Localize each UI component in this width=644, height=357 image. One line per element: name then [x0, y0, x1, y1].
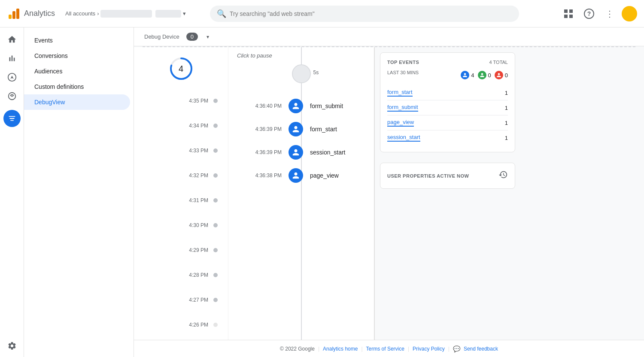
- time-label-8: 4:27 PM: [189, 297, 208, 303]
- time-label-1: 4:34 PM: [189, 123, 208, 129]
- event-list-name-3[interactable]: session_start: [387, 134, 420, 142]
- timeline-row: 4:30 PM: [134, 213, 228, 238]
- person-badge-icon-green: [480, 73, 485, 78]
- timeline-panel: 4 4:35 PM 4:34 PM: [134, 47, 374, 340]
- svg-rect-1: [12, 11, 15, 19]
- events-list: 4:36:40 PM form_submit 4:36:39 PM: [228, 94, 374, 187]
- settings-icon-button[interactable]: [3, 340, 21, 357]
- badge-green-icon: [478, 71, 486, 79]
- event-row-0: 4:36:40 PM form_submit: [228, 94, 374, 118]
- top-events-total: 4 TOTAL: [489, 60, 508, 65]
- top-events-title: TOP EVENTS: [387, 60, 419, 65]
- svg-point-9: [11, 95, 13, 97]
- chevron-down-icon[interactable]: ▾: [183, 10, 186, 17]
- event-list-item-2: page_view 1: [387, 115, 508, 130]
- advertising-icon: [7, 91, 17, 101]
- configure-icon-button[interactable]: [3, 110, 21, 127]
- advertising-icon-button[interactable]: [3, 88, 21, 105]
- badge-group: 4 0: [461, 71, 508, 79]
- content-area: Debug Device 0 ▾ 4: [134, 27, 644, 357]
- timeline-rows: 4:35 PM 4:34 PM 4:33 PM 4:32 PM: [134, 88, 228, 337]
- chevron-right-icon: ›: [97, 10, 99, 17]
- sep-3: |: [408, 346, 409, 352]
- sep-4: |: [448, 346, 450, 352]
- privacy-policy-link[interactable]: Privacy Policy: [413, 346, 445, 352]
- dropdown-arrow[interactable]: ▾: [207, 34, 209, 40]
- configure-icon: [7, 114, 17, 123]
- sidebar-icons: [0, 27, 24, 357]
- event-list-name-2[interactable]: page_view: [387, 119, 414, 127]
- timeline-left: 4 4:35 PM 4:34 PM: [134, 47, 228, 340]
- badge-red: 0: [495, 71, 508, 79]
- grid-icon-button[interactable]: [560, 5, 577, 22]
- content-header: Debug Device 0 ▾: [134, 27, 644, 46]
- timeline-dot-5: [213, 223, 218, 227]
- progress-number: 4: [179, 64, 183, 74]
- explore-icon-button[interactable]: [3, 69, 21, 86]
- more-icon: ⋮: [605, 9, 614, 19]
- svg-rect-6: [569, 15, 573, 18]
- center-vertical-line: [301, 47, 302, 340]
- help-icon: ?: [584, 9, 594, 19]
- event-time-1: 4:36:39 PM: [228, 126, 289, 132]
- settings-icon: [7, 341, 17, 351]
- debug-device-label: Debug Device: [144, 33, 179, 40]
- timeline-dot-8: [213, 298, 218, 302]
- timeline-dot-3: [213, 173, 218, 178]
- timeline-dot-0: [213, 99, 218, 103]
- event-icon-2: [289, 145, 303, 160]
- badge-green-count: 0: [488, 72, 491, 79]
- person-icon-2: [292, 148, 300, 156]
- help-button[interactable]: ?: [580, 5, 598, 22]
- svg-rect-5: [564, 15, 568, 18]
- click-to-pause-label[interactable]: Click to pause: [237, 52, 272, 59]
- event-list-name-0[interactable]: form_start: [387, 89, 413, 97]
- user-props-title: USER PROPERTIES ACTIVE NOW: [387, 173, 469, 178]
- progress-circle: 4: [168, 56, 194, 82]
- timeline-dot-2: [213, 148, 218, 153]
- home-icon-button[interactable]: [3, 31, 21, 48]
- nav-item-audiences[interactable]: Audiences: [24, 64, 130, 79]
- nav-item-conversions[interactable]: Conversions: [24, 48, 130, 64]
- account-label: All accounts: [65, 10, 95, 17]
- last-30-label: LAST 30 MINS: [387, 70, 419, 75]
- time-label-7: 4:28 PM: [189, 272, 208, 278]
- debug-device-badge: 0: [186, 33, 198, 41]
- event-list-name-1[interactable]: form_submit: [387, 104, 418, 112]
- event-list-item-0: form_start 1: [387, 85, 508, 100]
- avatar[interactable]: [622, 6, 637, 21]
- event-row-2: 4:36:39 PM session_start: [228, 141, 374, 164]
- event-icon-1: [289, 122, 303, 136]
- timeline-dot-9: [213, 323, 218, 327]
- search-input[interactable]: [230, 10, 512, 17]
- history-icon[interactable]: [498, 170, 508, 182]
- nav-item-debugview[interactable]: DebugView: [24, 94, 130, 110]
- search-box[interactable]: 🔍: [210, 6, 519, 22]
- timeline-dot-4: [213, 198, 218, 203]
- svg-rect-2: [16, 9, 19, 19]
- seconds-label: 5s: [313, 70, 319, 76]
- timeline-progress: 4: [134, 56, 228, 88]
- event-row-3: 4:36:38 PM page_view: [228, 164, 374, 187]
- main-layout: Events Conversions Audiences Custom defi…: [0, 27, 644, 357]
- event-name-1: form_start: [303, 126, 337, 133]
- bar-chart-icon: [7, 54, 17, 63]
- time-label-5: 4:30 PM: [189, 222, 208, 228]
- more-button[interactable]: ⋮: [601, 5, 618, 22]
- event-name-3: page_view: [303, 172, 339, 179]
- event-name-2: session_start: [303, 149, 345, 156]
- nav-item-events[interactable]: Events: [24, 33, 130, 48]
- grid-icon: [564, 9, 573, 18]
- search-container: 🔍: [210, 6, 519, 22]
- event-list-count-1: 1: [505, 105, 508, 111]
- event-list-count-3: 1: [505, 135, 508, 141]
- terms-of-service-link[interactable]: Terms of Service: [366, 346, 404, 352]
- send-feedback-link[interactable]: Send feedback: [464, 346, 498, 352]
- home-icon: [7, 35, 17, 44]
- timeline-row: 4:29 PM: [134, 238, 228, 263]
- analytics-home-link[interactable]: Analytics home: [323, 346, 358, 352]
- nav-item-custom-definitions[interactable]: Custom definitions: [24, 79, 130, 94]
- time-label-6: 4:29 PM: [189, 247, 208, 253]
- reports-icon-button[interactable]: [3, 50, 21, 67]
- account-selector[interactable]: All accounts › ▾: [65, 10, 186, 18]
